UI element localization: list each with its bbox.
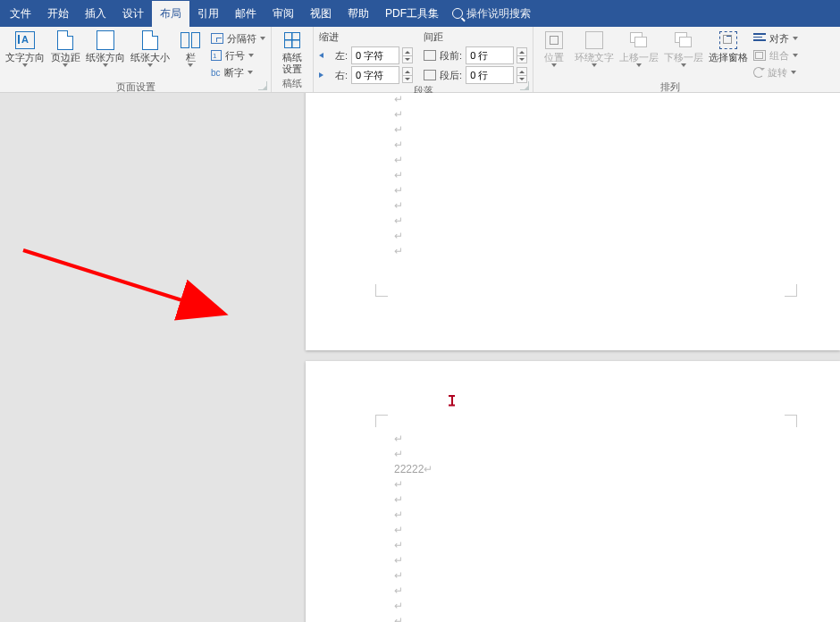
orientation-icon [97, 30, 114, 50]
page-1[interactable]: ↵ ↵ ↵ ↵ ↵ ↵ ↵ ↵ ↵ ↵ ↵ [306, 93, 840, 350]
hyphenation-button[interactable]: bc 断字 [211, 64, 265, 80]
tab-help[interactable]: 帮助 [340, 1, 377, 27]
tab-references[interactable]: 引用 [189, 1, 227, 27]
bring-forward-icon [630, 32, 648, 48]
paragraph-mark-icon: ↵ [394, 108, 403, 121]
columns-button[interactable]: 栏 [175, 30, 206, 67]
spacing-title: 间距 [424, 30, 527, 44]
chevron-down-icon [147, 63, 153, 67]
text-direction-icon [15, 31, 35, 49]
group-objects-button: 组合 [753, 47, 802, 63]
tab-layout[interactable]: 布局 [152, 1, 189, 27]
annotation-arrow-icon [21, 245, 254, 325]
paragraph-mark-icon: ↵ [394, 569, 403, 582]
margin-mark-icon [785, 415, 797, 427]
group-page-setup: 文字方向 页边距 纸张方向 纸张大小 栏 [0, 27, 272, 92]
paragraph-mark-icon: ↵ [394, 199, 403, 212]
spacing-before-icon [424, 50, 436, 61]
selection-pane-button[interactable]: 选择窗格 [709, 30, 748, 63]
paragraph-mark-icon: ↵ [394, 615, 403, 622]
svg-line-0 [23, 250, 222, 313]
text-direction-label: 文字方向 [5, 52, 45, 63]
document-text[interactable]: 22222↵ [394, 463, 433, 475]
page-2[interactable]: ↵ ↵ 22222↵ ↵ ↵ ↵ ↵ ↵ ↵ ↵ ↵ ↵ ↵ ↵ ↵ ↵ ↵ ↵ [306, 361, 840, 622]
paragraph-mark-icon: ↵ [394, 539, 403, 551]
paragraph-mark-icon: ↵ [394, 584, 403, 597]
text-direction-button[interactable]: 文字方向 [5, 30, 45, 67]
tab-home[interactable]: 开始 [39, 1, 77, 27]
indent-title: 缩进 [319, 30, 413, 44]
document-area[interactable]: ↵ ↵ ↵ ↵ ↵ ↵ ↵ ↵ ↵ ↵ ↵ ↵ ↵ 22222↵ ↵ ↵ ↵ ↵… [0, 93, 840, 622]
hyphenation-icon: bc [211, 68, 221, 78]
paragraph-mark-icon: ↵ [394, 448, 403, 460]
selection-pane-label: 选择窗格 [709, 52, 748, 63]
tab-file[interactable]: 文件 [2, 1, 39, 27]
bring-forward-button: 上移一层 [619, 30, 659, 67]
orientation-button[interactable]: 纸张方向 [86, 30, 125, 67]
paragraph-mark-icon: ↵ [394, 214, 403, 227]
paragraph-mark-icon: ↵ [394, 433, 403, 445]
paper-size-icon [142, 30, 158, 50]
chevron-down-icon [188, 63, 193, 67]
align-button[interactable]: 对齐 [753, 30, 802, 46]
group-objects-icon [753, 50, 766, 61]
tab-design[interactable]: 设计 [114, 1, 152, 27]
spacing-after-icon [424, 70, 436, 80]
group-paragraph: 缩进 左: 右: 间距 段前: [314, 27, 533, 92]
spacing-before-field[interactable]: 段前: [424, 46, 527, 64]
margins-button[interactable]: 页边距 [50, 30, 80, 67]
rotate-button: 旋转 [753, 64, 802, 80]
indent-right-spinner[interactable] [402, 67, 413, 83]
paper-size-button[interactable]: 纸张大小 [130, 30, 170, 67]
selection-pane-icon [719, 31, 737, 49]
tab-mailings[interactable]: 邮件 [227, 1, 265, 27]
columns-label: 栏 [186, 52, 196, 63]
chevron-down-icon [63, 63, 68, 67]
indent-right-icon [319, 72, 332, 78]
indent-left-icon [319, 53, 332, 58]
group-manuscript: 稿纸 设置 稿纸 [272, 27, 314, 92]
tell-me-search[interactable]: 操作说明搜索 [452, 6, 531, 21]
wrap-text-button: 环绕文字 [575, 30, 614, 67]
paragraph-mark-icon: ↵ [394, 478, 403, 491]
menu-tabbar: 文件 开始 插入 设计 布局 引用 邮件 审阅 视图 帮助 PDF工具集 操作说… [0, 0, 840, 27]
indent-right-input[interactable] [351, 66, 399, 84]
bring-forward-label: 上移一层 [619, 52, 659, 63]
spacing-before-input[interactable] [466, 46, 514, 64]
paragraph-dialog-launcher[interactable] [520, 81, 529, 90]
manuscript-settings-button[interactable]: 稿纸 设置 [277, 30, 307, 75]
tab-view[interactable]: 视图 [302, 1, 340, 27]
group-manuscript-label: 稿纸 [277, 77, 307, 92]
chevron-down-icon [22, 63, 28, 67]
wrap-text-label: 环绕文字 [575, 52, 614, 63]
chevron-down-icon [260, 37, 265, 40]
manuscript-icon [284, 32, 300, 48]
paragraph-mark-icon: ↵ [394, 230, 403, 242]
rotate-icon [753, 67, 764, 78]
chevron-down-icon [592, 63, 597, 67]
indent-left-spinner[interactable] [402, 47, 413, 63]
spacing-before-spinner[interactable] [517, 47, 527, 63]
margins-label: 页边距 [51, 52, 80, 63]
paragraph-mark-icon: ↵ [394, 245, 403, 257]
line-numbers-button[interactable]: 行号 [211, 47, 265, 63]
spacing-after-input[interactable] [466, 66, 514, 84]
align-icon [753, 33, 766, 44]
indent-right-field[interactable]: 右: [319, 66, 413, 84]
indent-right-label: 右: [335, 69, 348, 82]
margin-mark-icon [375, 415, 388, 427]
send-backward-button: 下移一层 [664, 30, 703, 67]
chevron-down-icon [248, 71, 253, 74]
breaks-button[interactable]: 分隔符 [211, 30, 265, 46]
tab-review[interactable]: 审阅 [265, 1, 302, 27]
paragraph-mark-icon: ↵ [394, 600, 403, 612]
indent-left-field[interactable]: 左: [319, 46, 413, 64]
line-numbers-label: 行号 [225, 49, 245, 63]
paragraph-mark-icon: ↵ [394, 524, 403, 536]
spacing-after-field[interactable]: 段后: [424, 66, 527, 84]
tab-insert[interactable]: 插入 [77, 1, 114, 27]
tab-pdf-tools[interactable]: PDF工具集 [377, 1, 447, 27]
paragraph-mark-icon: ↵ [394, 93, 403, 105]
page-setup-dialog-launcher[interactable] [258, 81, 267, 90]
indent-left-input[interactable] [351, 46, 399, 64]
